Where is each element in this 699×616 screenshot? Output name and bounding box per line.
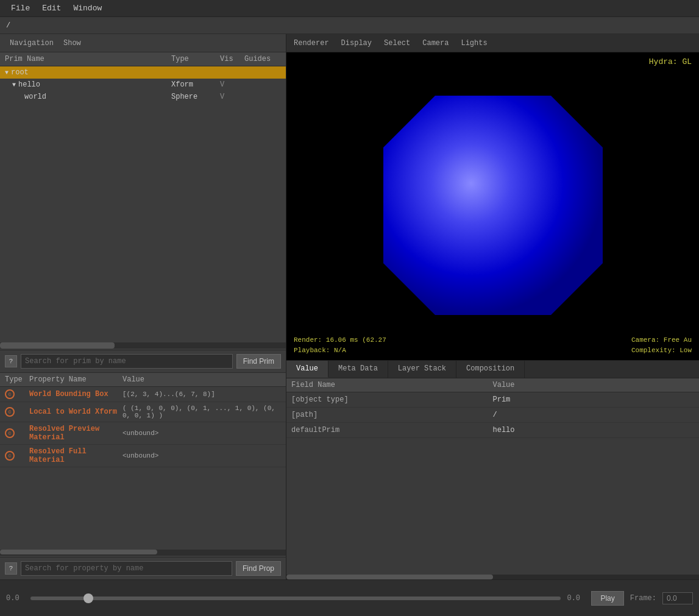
- info-header-field: Field Name: [291, 381, 493, 389]
- tree-scrollbar[interactable]: [0, 342, 286, 349]
- prop-row-local-xform[interactable]: © Local to World Xform ( (1, 0, 0, 0), (…: [0, 402, 286, 422]
- prim-vis-world: V: [220, 93, 244, 101]
- prop-header-value: Value: [122, 375, 281, 384]
- prim-name-root: root: [11, 68, 29, 77]
- breadcrumb: /: [0, 17, 699, 34]
- prop-name-full-material: Resolved Full Material: [29, 447, 122, 464]
- sphere-container: [377, 90, 609, 324]
- playback-stats: Playback: N/A: [294, 345, 386, 356]
- prop-row-full-material[interactable]: © Resolved Full Material <unbound>: [0, 445, 286, 467]
- info-tab-composition[interactable]: Composition: [456, 361, 525, 378]
- info-tab-layerstack[interactable]: Layer Stack: [388, 361, 456, 378]
- info-scrollbar[interactable]: [286, 575, 699, 579]
- frame-value-input[interactable]: [662, 592, 693, 604]
- info-value-object-type: Prim: [493, 395, 695, 404]
- info-tab-metadata[interactable]: Meta Data: [328, 361, 388, 378]
- info-field-default-prim: defaultPrim: [291, 426, 493, 434]
- sphere-svg: [377, 90, 609, 321]
- tree-row-root[interactable]: ▼ root: [0, 66, 286, 79]
- circle-icon-1: ©: [5, 389, 15, 399]
- timeline-thumb[interactable]: [83, 593, 93, 603]
- viewport[interactable]: Hydra: GL: [286, 52, 699, 360]
- info-field-object-type: [object type]: [291, 395, 493, 404]
- info-value-default-prim: hello: [493, 426, 695, 434]
- left-tabs-row: Navigation Show: [0, 34, 286, 52]
- info-field-path: [path]: [291, 411, 493, 419]
- prim-help-button[interactable]: ?: [5, 355, 17, 367]
- prop-row-world-bounding-box[interactable]: © World Bounding Box [(2, 3, 4)...(6, 7,…: [0, 387, 286, 402]
- info-row-default-prim[interactable]: defaultPrim hello: [286, 423, 699, 438]
- info-header-value: Value: [493, 381, 695, 389]
- camera-info: Camera: Free Au: [631, 335, 692, 345]
- expand-icon-hello: ▼: [12, 82, 16, 88]
- find-prim-button[interactable]: Find Prim: [236, 354, 281, 369]
- menu-bar: File Edit Window: [0, 0, 699, 17]
- right-timeline: 0.0 Play Frame:: [567, 591, 693, 606]
- vp-tab-camera[interactable]: Camera: [420, 38, 451, 49]
- prim-type-hello: Xform: [171, 80, 220, 89]
- info-scrollbar-container: [286, 575, 699, 579]
- info-row-path[interactable]: [path] /: [286, 408, 699, 423]
- vp-tab-select[interactable]: Select: [381, 38, 413, 49]
- hydra-label: Hydra: GL: [649, 57, 692, 66]
- frame-label: Frame:: [630, 594, 656, 603]
- prop-spacer: [0, 467, 286, 548]
- find-prop-button[interactable]: Find Prop: [236, 561, 281, 576]
- info-value-path: /: [493, 411, 695, 419]
- tree-row-world[interactable]: world Sphere V: [0, 91, 286, 103]
- menu-file[interactable]: File: [5, 1, 36, 15]
- bottom-info-panel: Value Meta Data Layer Stack Composition …: [286, 360, 699, 579]
- expand-icon-root: ▼: [5, 69, 9, 76]
- info-table-header: Field Name Value: [286, 378, 699, 392]
- prop-value-full-material: <unbound>: [122, 452, 281, 459]
- prop-header-name: Property Name: [29, 375, 122, 384]
- info-tabs: Value Meta Data Layer Stack Composition: [286, 361, 699, 378]
- tree-row-hello[interactable]: ▼ hello Xform V: [0, 79, 286, 91]
- prim-search-input[interactable]: [21, 354, 233, 369]
- prop-search-bar: ? Find Prop: [0, 557, 286, 579]
- prop-search-input[interactable]: [21, 561, 232, 576]
- circle-icon-2: ©: [5, 407, 15, 417]
- vp-tab-lights[interactable]: Lights: [458, 38, 489, 49]
- right-panel: Renderer Display Select Camera Lights Hy…: [286, 34, 699, 579]
- breadcrumb-text: /: [6, 21, 10, 30]
- prop-row-preview-material[interactable]: © Resolved Preview Material <unbound>: [0, 422, 286, 445]
- prim-type-world: Sphere: [171, 93, 220, 101]
- prop-type-icon-4: ©: [5, 451, 29, 461]
- complexity-info: Complexity: Low: [631, 345, 692, 356]
- prop-help-button[interactable]: ?: [5, 562, 17, 575]
- camera-stats: Camera: Free Au Complexity: Low: [631, 335, 692, 355]
- timeline-start: 0.0: [6, 594, 24, 603]
- tree-header-type: Type: [171, 55, 220, 63]
- vp-tab-renderer[interactable]: Renderer: [291, 38, 332, 49]
- prim-name-hello: hello: [18, 80, 40, 89]
- prim-name-world: world: [24, 93, 46, 101]
- prop-scrollbar[interactable]: [0, 550, 286, 556]
- menu-window[interactable]: Window: [67, 1, 108, 15]
- tab-navigation[interactable]: Navigation: [5, 38, 59, 49]
- tab-show[interactable]: Show: [59, 38, 86, 49]
- properties-panel: Type Property Name Value © World Boundin…: [0, 372, 286, 579]
- prim-vis-hello: V: [220, 80, 244, 89]
- tree-header-guides: Guides: [244, 55, 281, 63]
- info-tab-value[interactable]: Value: [286, 361, 328, 378]
- prop-type-icon-1: ©: [5, 389, 29, 399]
- prop-header: Type Property Name Value: [0, 373, 286, 387]
- prop-type-icon-3: ©: [5, 428, 29, 438]
- prop-name-world-bounding-box: World Bounding Box: [29, 390, 122, 398]
- prim-tree: ▼ root ▼ hello Xform V world: [0, 66, 286, 341]
- vp-tab-display[interactable]: Display: [339, 38, 374, 49]
- sphere-shape: [383, 96, 603, 315]
- viewport-tabs: Renderer Display Select Camera Lights: [286, 34, 699, 52]
- info-table: Field Name Value [object type] Prim [pat…: [286, 378, 699, 575]
- prop-value-world-bounding-box: [(2, 3, 4)...(6, 7, 8)]: [122, 391, 281, 398]
- menu-edit[interactable]: Edit: [36, 1, 67, 15]
- render-stats: Render: 16.06 ms (62.27 Playback: N/A: [294, 335, 386, 355]
- prop-name-local-xform: Local to World Xform: [29, 408, 122, 416]
- tree-header-prim-name: Prim Name: [5, 55, 171, 63]
- tree-header-vis: Vis: [220, 55, 244, 63]
- play-button[interactable]: Play: [591, 591, 623, 606]
- info-row-object-type[interactable]: [object type] Prim: [286, 392, 699, 408]
- timeline-slider[interactable]: [30, 597, 561, 600]
- circle-icon-3: ©: [5, 428, 15, 438]
